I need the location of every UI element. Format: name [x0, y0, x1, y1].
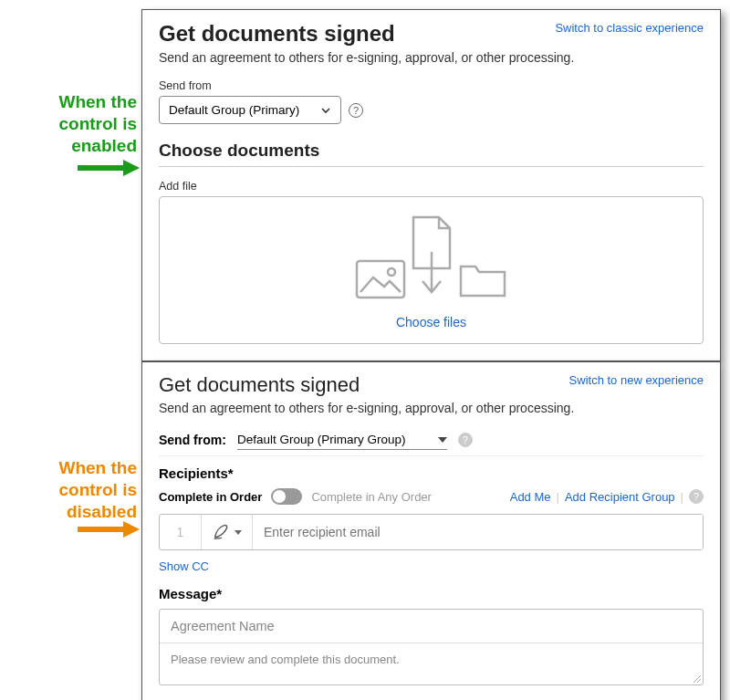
- svg-line-4: [697, 679, 701, 683]
- file-download-icon: [408, 215, 455, 299]
- arrow-enabled-icon: [78, 160, 141, 176]
- add-file-label: Add file: [159, 180, 704, 193]
- show-cc-link[interactable]: Show CC: [159, 559, 209, 573]
- page-subtitle: Send an agreement to others for e-signin…: [159, 50, 704, 65]
- send-from-value: Default Group (Primary Group): [237, 433, 406, 446]
- message-heading: Message*: [159, 586, 704, 601]
- complete-any-order-label: Complete in Any Order: [311, 490, 432, 504]
- recipients-heading: Recipients*: [159, 465, 704, 481]
- resize-handle-icon[interactable]: [692, 674, 701, 683]
- chevron-down-icon: [320, 105, 331, 116]
- add-me-link[interactable]: Add Me: [510, 490, 551, 504]
- recipient-email-input[interactable]: [253, 515, 703, 549]
- choose-documents-heading: Choose documents: [159, 141, 704, 167]
- classic-panel: Switch to new experience Get documents s…: [141, 361, 721, 700]
- separator: |: [557, 490, 559, 504]
- send-from-value: Default Group (Primary): [169, 103, 299, 117]
- message-box: Agreement Name Please review and complet…: [159, 609, 704, 685]
- send-from-select[interactable]: Default Group (Primary Group): [237, 430, 447, 450]
- callout-enabled: When the control is enabled: [0, 91, 137, 156]
- message-body-input[interactable]: Please review and complete this document…: [160, 643, 703, 684]
- image-icon: [355, 259, 406, 299]
- file-dropzone[interactable]: Choose files: [159, 196, 704, 344]
- chevron-down-icon: [235, 530, 242, 535]
- send-from-label: Send from: [159, 79, 704, 92]
- send-from-label: Send from:: [159, 433, 226, 447]
- dropzone-icons: [169, 215, 694, 299]
- folder-icon: [457, 259, 508, 299]
- svg-point-1: [388, 268, 395, 276]
- arrow-disabled-icon: [78, 521, 141, 538]
- send-from-select[interactable]: Default Group (Primary): [159, 96, 341, 124]
- dropdown-triangle-icon: [438, 437, 447, 443]
- modern-panel: Switch to classic experience Get documen…: [141, 9, 721, 361]
- pen-signer-icon: [212, 522, 232, 542]
- switch-new-link[interactable]: Switch to new experience: [569, 373, 704, 387]
- svg-line-3: [694, 675, 701, 683]
- recipient-index: 1: [160, 515, 202, 549]
- help-icon[interactable]: ?: [458, 433, 473, 447]
- svg-rect-0: [357, 261, 404, 298]
- switch-classic-link[interactable]: Switch to classic experience: [555, 21, 704, 35]
- help-icon[interactable]: ?: [349, 103, 363, 118]
- add-recipient-group-link[interactable]: Add Recipient Group: [565, 490, 675, 504]
- page-subtitle: Send an agreement to others for e-signin…: [159, 401, 704, 415]
- help-icon[interactable]: ?: [689, 489, 704, 504]
- recipient-row: 1: [159, 514, 704, 550]
- agreement-name-input[interactable]: Agreement Name: [160, 610, 703, 643]
- choose-files-link[interactable]: Choose files: [396, 315, 466, 329]
- order-toggle[interactable]: [271, 488, 302, 505]
- recipient-role-select[interactable]: [202, 515, 253, 549]
- complete-in-order-label: Complete in Order: [159, 490, 262, 504]
- message-body-placeholder: Please review and complete this document…: [171, 653, 400, 666]
- callout-disabled: When the control is disabled: [0, 457, 137, 522]
- separator: |: [681, 490, 683, 504]
